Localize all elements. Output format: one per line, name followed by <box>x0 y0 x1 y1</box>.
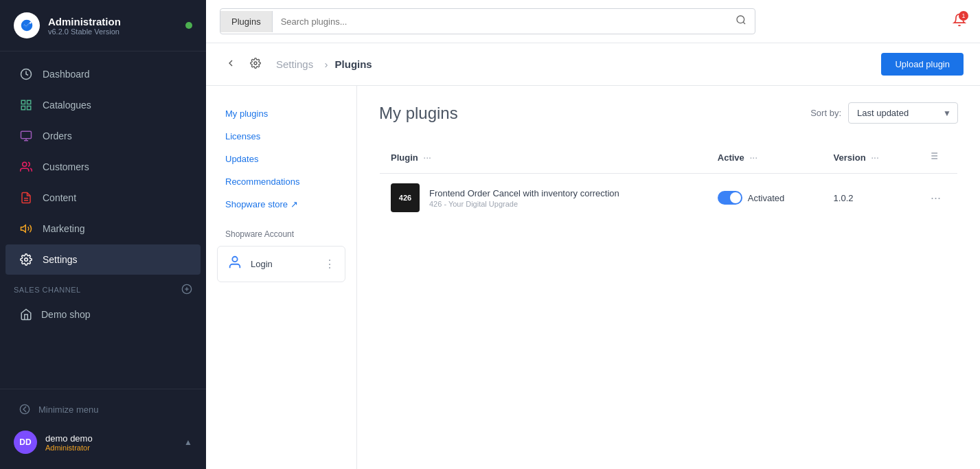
topbar: Plugins 1 <box>206 0 980 43</box>
sidebar-item-orders[interactable]: Orders <box>5 121 201 151</box>
breadcrumb-bar: Settings › Plugins Upload plugin <box>206 43 980 86</box>
version-cell: 1.0.2 <box>823 174 914 222</box>
svg-rect-3 <box>27 100 31 104</box>
svg-rect-5 <box>27 106 31 110</box>
user-name: demo demo <box>45 433 176 444</box>
breadcrumb: Settings › Plugins <box>272 58 372 70</box>
account-menu-button[interactable]: ⋮ <box>324 258 335 271</box>
plugin-table: Plugin ··· Active ··· Version ··· <box>379 140 958 222</box>
active-cell: Activated <box>707 174 823 222</box>
sales-channel-section: Sales Channel <box>0 275 206 300</box>
col-header-version: Version ··· <box>823 141 914 174</box>
sidebar-item-catalogues[interactable]: Catalogues <box>5 90 201 120</box>
breadcrumb-plugins: Plugins <box>335 58 372 70</box>
svg-point-7 <box>23 162 27 166</box>
plugin-info-cell: 426 Frontend Order Cancel with inventory… <box>380 174 707 222</box>
page-title: My plugins <box>379 104 458 123</box>
online-indicator <box>185 22 192 29</box>
left-nav-my-plugins[interactable]: My plugins <box>206 102 356 125</box>
version-col-menu-button[interactable]: ··· <box>868 150 882 164</box>
plugin-logo: 426 <box>391 183 420 212</box>
sidebar-item-demo-shop[interactable]: Demo shop <box>5 301 201 328</box>
svg-point-19 <box>232 257 237 262</box>
left-nav-shopware-store[interactable]: Shopware store ↗ <box>206 193 356 216</box>
user-avatar: DD <box>14 431 37 454</box>
active-col-menu-button[interactable]: ··· <box>747 150 760 164</box>
notification-button[interactable]: 1 <box>953 13 966 30</box>
sales-channel-title: Sales Channel <box>14 286 81 294</box>
sidebar-item-label: Dashboard <box>43 69 90 80</box>
content-area: My plugins Licenses Updates Recommendati… <box>206 86 980 469</box>
table-row: 426 Frontend Order Cancel with inventory… <box>380 174 958 222</box>
plugin-area: My plugins Sort by: Last updated Name Ve… <box>357 86 980 469</box>
table-header-row: Plugin ··· Active ··· Version ··· <box>380 141 958 174</box>
sidebar-item-label: Customers <box>43 161 89 172</box>
left-nav-recommendations[interactable]: Recommendations <box>206 170 356 193</box>
row-actions-cell: ··· <box>914 174 958 222</box>
breadcrumb-left: Settings › Plugins <box>223 55 372 74</box>
search-button[interactable] <box>727 9 755 34</box>
sidebar-item-label: Content <box>43 192 76 203</box>
sort-select-wrapper: Last updated Name Version Active ▼ <box>848 102 958 124</box>
search-container: Plugins <box>220 8 755 34</box>
svg-rect-2 <box>21 100 25 104</box>
version-text: 1.0.2 <box>834 193 854 203</box>
sidebar-item-dashboard[interactable]: Dashboard <box>5 59 201 89</box>
col-header-plugin: Plugin ··· <box>380 141 707 174</box>
dashboard-icon <box>19 67 33 81</box>
plugin-vendor: 426 - Your Digital Upgrade <box>429 200 619 208</box>
table-settings-button[interactable] <box>925 149 942 165</box>
app-info: Administration v6.2.0 Stable Version <box>48 16 177 36</box>
user-role: Administrator <box>45 444 176 452</box>
left-nav-updates[interactable]: Updates <box>206 148 356 170</box>
upload-plugin-button[interactable]: Upload plugin <box>881 53 964 76</box>
search-context-button[interactable]: Plugins <box>220 11 273 32</box>
toggle-knob <box>730 192 741 203</box>
app-version: v6.2.0 Stable Version <box>48 27 177 36</box>
back-button[interactable] <box>223 55 239 74</box>
settings-icon <box>19 253 33 266</box>
account-card: Login ⋮ <box>217 246 345 282</box>
sidebar: Administration v6.2.0 Stable Version Das… <box>0 0 206 469</box>
sidebar-item-marketing[interactable]: Marketing <box>5 214 201 244</box>
account-user-icon <box>227 255 242 273</box>
plugin-name: Frontend Order Cancel with inventory cor… <box>429 188 619 198</box>
user-profile-section[interactable]: DD demo demo Administrator ▲ <box>0 422 206 462</box>
left-nav-licenses[interactable]: Licenses <box>206 125 356 148</box>
svg-marker-10 <box>21 225 26 233</box>
minimize-menu-button[interactable]: Minimize menu <box>5 397 201 422</box>
main-area: Plugins 1 <box>206 0 980 469</box>
plugin-text: Frontend Order Cancel with inventory cor… <box>429 188 619 208</box>
svg-rect-4 <box>21 106 25 110</box>
minimize-label: Minimize menu <box>38 404 98 415</box>
sidebar-item-label: Orders <box>43 130 72 141</box>
plugin-col-menu-button[interactable]: ··· <box>420 150 434 164</box>
search-input[interactable] <box>273 11 727 32</box>
sort-select[interactable]: Last updated Name Version Active <box>848 102 958 124</box>
plugin-info: 426 Frontend Order Cancel with inventory… <box>391 183 696 212</box>
row-menu-button[interactable]: ··· <box>925 188 946 208</box>
sidebar-item-label: Catalogues <box>43 100 91 111</box>
user-info: demo demo Administrator <box>45 433 176 452</box>
sort-label: Sort by: <box>810 108 841 118</box>
sidebar-nav: Dashboard Catalogues Orders <box>0 52 206 389</box>
sidebar-item-content[interactable]: Content <box>5 183 201 213</box>
demo-shop-label: Demo shop <box>41 309 91 320</box>
add-sales-channel-button[interactable] <box>181 284 192 296</box>
active-toggle-switch[interactable] <box>718 191 742 205</box>
app-logo <box>14 12 40 38</box>
col-header-active: Active ··· <box>707 141 823 174</box>
svg-point-15 <box>20 404 29 413</box>
content-icon <box>19 191 33 205</box>
sidebar-item-settings[interactable]: Settings <box>5 244 201 275</box>
active-toggle: Activated <box>718 191 812 205</box>
user-menu-chevron-icon: ▲ <box>184 437 192 447</box>
shopware-account-title: Shopware Account <box>217 229 345 239</box>
catalogues-icon <box>19 98 33 112</box>
plugin-area-header: My plugins Sort by: Last updated Name Ve… <box>379 102 958 124</box>
settings-page-icon-button[interactable] <box>247 55 264 74</box>
sidebar-item-customers[interactable]: Customers <box>5 152 201 182</box>
sort-container: Sort by: Last updated Name Version Activ… <box>810 102 958 124</box>
sidebar-bottom: Minimize menu DD demo demo Administrator… <box>0 389 206 469</box>
svg-point-11 <box>25 258 28 262</box>
